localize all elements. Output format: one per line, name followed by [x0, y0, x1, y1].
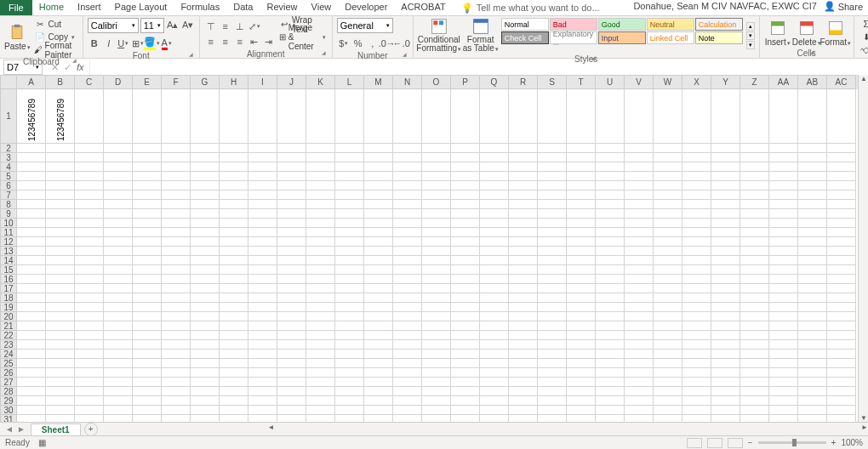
cell-C24[interactable] [75, 350, 104, 359]
cell-AB6[interactable] [798, 181, 827, 190]
cell-R25[interactable] [509, 359, 538, 368]
cell-B27[interactable] [46, 378, 75, 387]
cell-J18[interactable] [277, 293, 306, 303]
cell-AC26[interactable] [827, 368, 856, 378]
row-header-16[interactable]: 16 [0, 275, 17, 284]
cell-M25[interactable] [364, 359, 393, 368]
cell-V31[interactable] [625, 415, 654, 422]
cell-I15[interactable] [248, 265, 277, 275]
cell-F25[interactable] [162, 359, 191, 368]
cell-Y5[interactable] [711, 172, 740, 181]
cell-M31[interactable] [364, 415, 393, 422]
cell-V5[interactable] [625, 172, 654, 181]
cell-N2[interactable] [393, 144, 422, 153]
cell-AA7[interactable] [769, 190, 798, 200]
row-header-29[interactable]: 29 [0, 396, 17, 406]
cell-AC29[interactable] [827, 396, 856, 406]
cell-C22[interactable] [75, 331, 104, 340]
cell-E28[interactable] [133, 387, 162, 396]
cell-Y30[interactable] [711, 406, 740, 415]
cell-M5[interactable] [364, 172, 393, 181]
cell-J11[interactable] [277, 228, 306, 237]
cell-S26[interactable] [538, 368, 567, 378]
cell-R24[interactable] [509, 350, 538, 359]
cell-W11[interactable] [654, 228, 682, 237]
cell-Y27[interactable] [711, 378, 740, 387]
row-header-15[interactable]: 15 [0, 265, 17, 275]
cell-N15[interactable] [393, 265, 422, 275]
cell-H30[interactable] [220, 406, 248, 415]
cell-Z18[interactable] [740, 293, 769, 303]
cell-C9[interactable] [75, 209, 104, 219]
cell-P20[interactable] [451, 312, 480, 321]
cell-O2[interactable] [422, 144, 451, 153]
cell-C27[interactable] [75, 378, 104, 387]
cell-D5[interactable] [104, 172, 133, 181]
cell-AA6[interactable] [769, 181, 798, 190]
cell-U30[interactable] [596, 406, 625, 415]
cell-E13[interactable] [133, 247, 162, 256]
cell-G10[interactable] [191, 219, 220, 228]
cell-D8[interactable] [104, 200, 133, 209]
cell-L26[interactable] [335, 368, 364, 378]
cell-AC31[interactable] [827, 415, 856, 422]
cell-J31[interactable] [277, 415, 306, 422]
cell-E11[interactable] [133, 228, 162, 237]
cell-A4[interactable] [17, 162, 46, 172]
cell-W30[interactable] [654, 406, 682, 415]
cell-S8[interactable] [538, 200, 567, 209]
cell-N5[interactable] [393, 172, 422, 181]
cell-T15[interactable] [567, 265, 596, 275]
cell-O4[interactable] [422, 162, 451, 172]
cell-P30[interactable] [451, 406, 480, 415]
cell-L22[interactable] [335, 331, 364, 340]
tab-acrobat[interactable]: ACROBAT [394, 0, 452, 15]
cell-N4[interactable] [393, 162, 422, 172]
cell-G1[interactable] [191, 89, 220, 144]
cell-I26[interactable] [248, 368, 277, 378]
cell-AA22[interactable] [769, 331, 798, 340]
cell-Y4[interactable] [711, 162, 740, 172]
cell-C23[interactable] [75, 340, 104, 350]
cell-A22[interactable] [17, 331, 46, 340]
tab-review[interactable]: Review [260, 0, 304, 15]
horizontal-scrollbar[interactable] [268, 423, 868, 435]
cell-W22[interactable] [654, 331, 682, 340]
row-header-4[interactable]: 4 [0, 162, 17, 172]
cell-P23[interactable] [451, 340, 480, 350]
cell-L13[interactable] [335, 247, 364, 256]
cell-Z2[interactable] [740, 144, 769, 153]
cell-AC16[interactable] [827, 275, 856, 284]
cell-AC27[interactable] [827, 378, 856, 387]
cell-K16[interactable] [306, 275, 335, 284]
cell-K30[interactable] [306, 406, 335, 415]
cell-A27[interactable] [17, 378, 46, 387]
cell-H15[interactable] [220, 265, 248, 275]
add-sheet-button[interactable]: + [84, 423, 98, 436]
decrease-decimal-button[interactable]: ←.0 [395, 37, 408, 50]
cell-R27[interactable] [509, 378, 538, 387]
cell-D2[interactable] [104, 144, 133, 153]
cell-B17[interactable] [46, 284, 75, 293]
cell-L15[interactable] [335, 265, 364, 275]
cell-M22[interactable] [364, 331, 393, 340]
cell-AB3[interactable] [798, 153, 827, 162]
cell-Z25[interactable] [740, 359, 769, 368]
cell-Y16[interactable] [711, 275, 740, 284]
cell-K18[interactable] [306, 293, 335, 303]
cell-D19[interactable] [104, 303, 133, 312]
column-header-W[interactable]: W [654, 75, 682, 89]
align-left-button[interactable]: ≡ [204, 35, 218, 48]
cell-AB22[interactable] [798, 331, 827, 340]
cell-Y17[interactable] [711, 284, 740, 293]
cell-AA17[interactable] [769, 284, 798, 293]
cell-C14[interactable] [75, 256, 104, 265]
cell-Q14[interactable] [480, 256, 509, 265]
cell-AB16[interactable] [798, 275, 827, 284]
cell-AA11[interactable] [769, 228, 798, 237]
cell-W16[interactable] [654, 275, 682, 284]
cell-AA31[interactable] [769, 415, 798, 422]
cell-A19[interactable] [17, 303, 46, 312]
cell-M14[interactable] [364, 256, 393, 265]
cell-P26[interactable] [451, 368, 480, 378]
